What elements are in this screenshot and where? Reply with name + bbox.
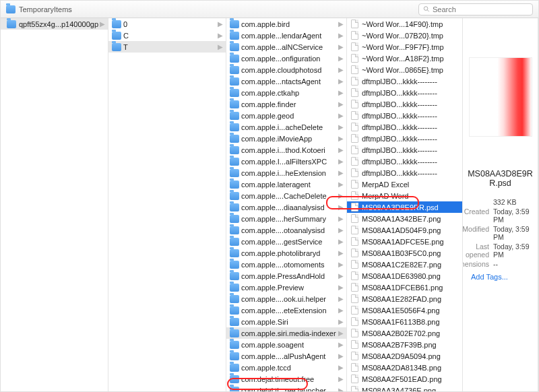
- list-item[interactable]: com.apple.soagent▶: [226, 339, 346, 350]
- chevron-right-icon: ▶: [338, 249, 344, 257]
- list-item[interactable]: ~Word Wor...07B20}.tmp: [347, 30, 462, 41]
- list-item[interactable]: com.apple.siri.media-indexer▶: [226, 327, 346, 339]
- columns-view: qpft55zx4g...p140000gp▶ 0▶C▶T▶ com.apple…: [1, 18, 538, 391]
- add-tags-link[interactable]: Add Tags...: [467, 273, 508, 281]
- list-item[interactable]: com.apple....alPushAgent▶: [226, 350, 346, 362]
- list-item[interactable]: com.apple.Preview▶: [226, 282, 346, 293]
- folder-icon: [230, 135, 239, 143]
- list-item[interactable]: MS08AA1C2E82E7.png: [347, 259, 462, 270]
- list-item[interactable]: com.apple.bird▶: [226, 18, 346, 30]
- list-item[interactable]: ~Word Wor...A18F2}.tmp: [347, 53, 462, 64]
- list-item[interactable]: com.apple.finder▶: [226, 98, 346, 110]
- list-item[interactable]: com.apple....otomoments▶: [226, 259, 346, 270]
- list-item[interactable]: MS08AA3A4736E.png: [347, 385, 462, 391]
- list-item[interactable]: MS08AA1AD504F9.png: [347, 224, 462, 236]
- list-item[interactable]: dftmplJBO...kkkk--------: [347, 121, 462, 133]
- list-item[interactable]: dftmplJBO...kkkk--------: [347, 144, 462, 156]
- chevron-right-icon: ▶: [338, 32, 344, 39]
- list-item[interactable]: dftmplJBO...kkkk--------: [347, 133, 462, 144]
- item-label: dftmplJBO...kkkk--------: [360, 123, 454, 131]
- list-item[interactable]: MS08AA2B02E702.png: [347, 327, 462, 339]
- list-item[interactable]: com.apple....eteExtension▶: [226, 304, 346, 316]
- list-item[interactable]: MS08AA1E5056F4.png: [347, 304, 462, 316]
- list-item[interactable]: MS08AA2F501EAD.png: [347, 373, 462, 385]
- folder-icon: [230, 306, 239, 315]
- list-item[interactable]: com.apple.cloudphotosd▶: [226, 64, 346, 75]
- list-item[interactable]: MS08AA1ADFCE5E.png: [347, 236, 462, 247]
- chevron-right-icon: ▶: [338, 181, 344, 188]
- list-item[interactable]: ~Word Wor...14F90}.tmp: [347, 18, 462, 30]
- list-item[interactable]: dftmplJBO...kkkk--------: [347, 87, 462, 98]
- list-item[interactable]: com.apple.I...alFiltersXPC▶: [226, 156, 346, 167]
- item-label: com.apple.bird: [239, 20, 338, 28]
- column-2[interactable]: 0▶C▶T▶: [108, 18, 226, 391]
- list-item[interactable]: MS08AA1B03F5C0.png: [347, 247, 462, 259]
- list-item[interactable]: com.apple.i...thod.Kotoeri▶: [226, 144, 346, 156]
- list-item[interactable]: MS08AA1DE63980.png: [347, 270, 462, 282]
- column-1[interactable]: qpft55zx4g...p140000gp▶: [1, 18, 108, 391]
- list-item[interactable]: C▶: [108, 30, 226, 41]
- list-item[interactable]: com.apple....ook.ui.helper▶: [226, 293, 346, 304]
- list-item[interactable]: dftmplJBO...kkkk--------: [347, 98, 462, 110]
- list-item[interactable]: ~Word Wor...F9F7F}.tmp: [347, 41, 462, 53]
- list-item[interactable]: com.apple.photolibraryd▶: [226, 247, 346, 259]
- list-item[interactable]: com.apple....otoanalysisd▶: [226, 224, 346, 236]
- search-input[interactable]: [433, 5, 528, 13]
- list-item[interactable]: com.apple....diaanalysisd▶: [226, 201, 346, 213]
- list-item[interactable]: com.apple...onfiguration▶: [226, 53, 346, 64]
- file-icon: [351, 294, 358, 303]
- file-icon: [351, 249, 358, 257]
- item-label: dftmplJBO...kkkk--------: [360, 135, 454, 143]
- list-item[interactable]: com.apple.lateragent▶: [226, 178, 346, 190]
- chevron-right-icon: ▶: [338, 341, 344, 348]
- list-item[interactable]: MS08AA2D9A5094.png: [347, 350, 462, 362]
- list-item[interactable]: MS08AA3D8E9RR.psd: [347, 201, 462, 213]
- list-item[interactable]: com.apple.tccd▶: [226, 362, 346, 373]
- list-item[interactable]: com.apple....herSummary▶: [226, 213, 346, 224]
- list-item[interactable]: T▶: [108, 41, 226, 53]
- list-item[interactable]: com.apple.PressAndHold▶: [226, 270, 346, 282]
- list-item[interactable]: MS08AA2B7F39B.png: [347, 339, 462, 350]
- list-item[interactable]: com.apple.i...heExtension▶: [226, 167, 346, 178]
- folder-icon: [230, 77, 239, 86]
- chevron-right-icon: ▶: [218, 43, 223, 51]
- list-item[interactable]: com.apple.Siri▶: [226, 316, 346, 327]
- list-item[interactable]: com.apple.iMovieApp▶: [226, 133, 346, 144]
- column-3[interactable]: com.apple.bird▶com.apple...lendarAgent▶c…: [226, 18, 347, 391]
- list-item[interactable]: com.apple.i...acheDelete▶: [226, 121, 346, 133]
- list-item[interactable]: com.dejal.timeout.free▶: [226, 373, 346, 385]
- list-item[interactable]: com.apple....gestService▶: [226, 236, 346, 247]
- list-item[interactable]: dftmplJBO...kkkk--------: [347, 167, 462, 178]
- list-item[interactable]: qpft55zx4g...p140000gp▶: [1, 18, 108, 30]
- column-4[interactable]: ~Word Wor...14F90}.tmp~Word Wor...07B20}…: [347, 18, 463, 391]
- list-item[interactable]: MerpAD Excel: [347, 178, 462, 190]
- item-label: com.apple.lateragent: [239, 181, 338, 189]
- list-item[interactable]: com.apple...ntactsAgent▶: [226, 75, 346, 87]
- list-item[interactable]: MS08AA2DA8134B.png: [347, 362, 462, 373]
- list-item[interactable]: MS08AA1DFCEB61.png: [347, 282, 462, 293]
- list-item[interactable]: dftmplJBO...kkkk--------: [347, 156, 462, 167]
- chevron-right-icon: ▶: [218, 32, 223, 39]
- item-label: dftmplJBO...kkkk--------: [360, 158, 454, 166]
- list-item[interactable]: dftmplJBO...kkkk--------: [347, 110, 462, 121]
- list-item[interactable]: ~Word Wor...0865E}.tmp: [347, 64, 462, 75]
- list-item[interactable]: com.apple.ctkahp▶: [226, 87, 346, 98]
- list-item[interactable]: com.apple...alNCService▶: [226, 41, 346, 53]
- toolbar: TemporaryItems: [1, 1, 538, 18]
- list-item[interactable]: MerpAD Word: [347, 190, 462, 201]
- folder-icon: [230, 32, 239, 40]
- list-item[interactable]: MS08AA1A342BE7.png: [347, 213, 462, 224]
- list-item[interactable]: com.apple....CacheDelete▶: [226, 190, 346, 201]
- list-item[interactable]: com.apple.geod▶: [226, 110, 346, 121]
- chevron-right-icon: ▶: [218, 20, 223, 28]
- list-item[interactable]: com.apple...lendarAgent▶: [226, 30, 346, 41]
- list-item[interactable]: dftmplJBO...kkkk--------: [347, 75, 462, 87]
- chevron-right-icon: ▶: [338, 272, 344, 280]
- search-field[interactable]: [418, 3, 533, 15]
- list-item[interactable]: com.dejal.ti...ree.launcher▶: [226, 385, 346, 391]
- list-item[interactable]: MS08AA1E282FAD.png: [347, 293, 462, 304]
- list-item[interactable]: 0▶: [108, 18, 226, 30]
- file-icon: [351, 145, 358, 154]
- list-item[interactable]: MS08AA1F6113B8.png: [347, 316, 462, 327]
- file-icon: [351, 340, 358, 349]
